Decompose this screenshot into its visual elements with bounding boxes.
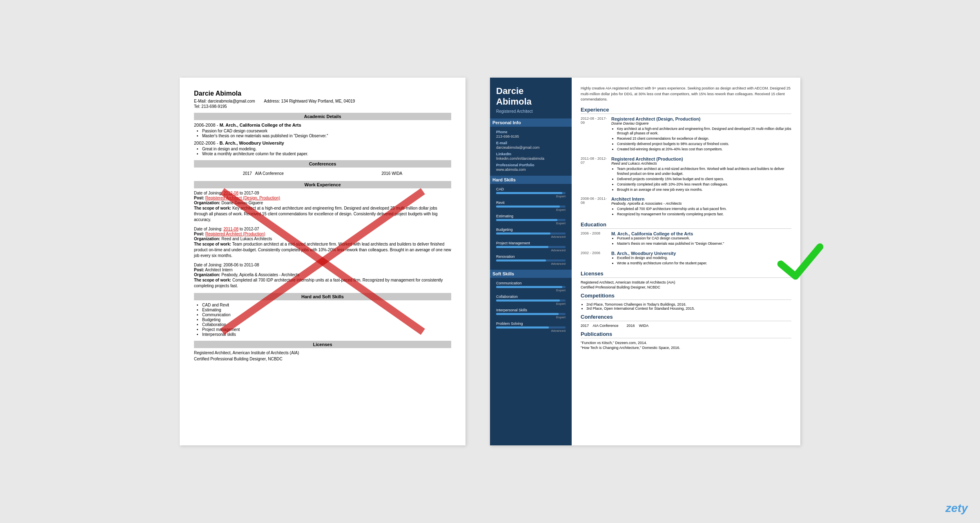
work-entry-2: Date of Joining: 2011-08 to 2012-07 Post…: [194, 227, 451, 259]
edu1-bullets: Passion for CAD design coursework Master…: [194, 129, 451, 138]
summary-text: Highly creative AIA registered architect…: [581, 86, 791, 103]
soft-skill-comm: Communication Expert: [496, 281, 566, 292]
soft-skill-collab: Collaboration Expert: [496, 295, 566, 306]
phone-value: 213-698-9195: [496, 134, 566, 139]
portfolio-value: www.abimola.com: [496, 168, 566, 172]
hard-skill-budgeting: Budgeting Advanced: [496, 228, 566, 239]
hard-skill-revit: Revit Expert: [496, 201, 566, 212]
left-contact1: E-Mail: darcieabmola@gmail.com Address: …: [194, 99, 451, 103]
work2-post: Post: Registered Architect (Production): [194, 232, 451, 236]
edu2-bullets: Great in design and modeling. Wrote a mo…: [194, 147, 451, 156]
work1-date: Date of Joining: 2012-08 to 2017-09: [194, 191, 451, 195]
linkedin-label: LinkedIn: [496, 152, 566, 156]
soft-skills-title: Soft Skills: [490, 270, 572, 278]
work3-post: Post: Architect Intern: [194, 268, 451, 272]
resume-sidebar: Darcie Abimola Registered Architect Pers…: [490, 78, 572, 445]
publication-1: "Function vs Kitsch," Dezeen.com, 2014.: [581, 341, 791, 345]
exp-entry-2: 2011-08 - 2012-07 Registered Architect (…: [581, 156, 791, 192]
exp-entry-3: 2008-06 - 2011-08 Architect Intern Peabo…: [581, 197, 791, 217]
work1-post: Post: Registered Architect (Design, Prod…: [194, 196, 451, 200]
right-title: Registered Architect: [496, 109, 566, 114]
email-label: E-mail: [496, 141, 566, 145]
licenses-header: Licenses: [194, 341, 451, 348]
hard-skill-cad: CAD Expert: [496, 187, 566, 198]
conferences-right-title: Conferences: [581, 314, 791, 321]
portfolio-label: Professional Portfolio: [496, 163, 566, 167]
hard-skill-estimating: Estimating Expert: [496, 214, 566, 225]
work2-org: Organization: Reed and Lukacs Architects: [194, 237, 451, 241]
education-title: Education: [581, 221, 791, 229]
resume-right: Darcie Abimola Registered Architect Pers…: [490, 78, 800, 445]
work3-org: Organization: Peabody, Apicella & Associ…: [194, 273, 451, 277]
hard-skills-title: Hard Skills: [490, 176, 572, 184]
license1: Registered Architect, American Institute…: [194, 351, 451, 355]
work2-date: Date of Joining: 2011-08 to 2012-07: [194, 227, 451, 231]
license-right-2: Certified Professional Building Designer…: [581, 285, 791, 289]
main-container: Darcie Abimola E-Mail: darcieabmola@gmai…: [0, 0, 980, 523]
edu-right-1: 2006 - 2008 M. Arch., California College…: [581, 231, 791, 247]
conferences-right-list: 2017 AIA Conference 2016 WIDA: [581, 324, 791, 328]
left-name: Darcie Abimola: [194, 90, 451, 97]
work1-scope: The scope of work: Key architect at a hi…: [194, 206, 451, 223]
competitions-title: Competitions: [581, 293, 791, 300]
edu-entry-2: 2002-2006 - B. Arch., Woodbury Universit…: [194, 141, 451, 156]
skills-header: Hard and Soft Skills: [194, 293, 451, 300]
exp-entry-1: 2012-08 - 2017-09 Registered Architect (…: [581, 116, 791, 152]
phone-label: Phone: [496, 130, 566, 134]
work3-date: Date of Joining: 2008-06 to 2011-08: [194, 263, 451, 267]
resume-main-content: Highly creative AIA registered architect…: [572, 78, 800, 445]
personal-info-title: Personal Info: [490, 118, 572, 127]
linkedin-value: linkedin.com/in/darcieabimola: [496, 156, 566, 161]
edu1-degree: 2006-2008 - M. Arch., California College…: [194, 123, 451, 127]
right-name: Darcie Abimola: [496, 86, 566, 107]
work-entry-1: Date of Joining: 2012-08 to 2017-09 Post…: [194, 191, 451, 223]
work3-scope: The scope of work: Completed all 700 IDP…: [194, 277, 451, 289]
email-value: darcieabimola@gmail.com: [496, 145, 566, 150]
hard-skill-renovation: Renovation Advanced: [496, 255, 566, 266]
hard-skill-pm: Project Management Advanced: [496, 241, 566, 252]
resume-left: Darcie Abimola E-Mail: darcieabmola@gmai…: [180, 78, 466, 445]
work-header: Work Experience: [194, 181, 451, 188]
soft-skill-interpersonal: Interpersonal Skills Expert: [496, 308, 566, 319]
conferences-header: Conferences: [194, 160, 451, 168]
publication-2: "How Tech is Changing Architecture," Dom…: [581, 346, 791, 350]
edu-entry-1: 2006-2008 - M. Arch., California College…: [194, 123, 451, 138]
skills-list: CAD and Revit Estimating Communication B…: [194, 303, 451, 337]
license-right-1: Registered Architect, American Institute…: [581, 280, 791, 284]
experience-title: Experience: [581, 107, 791, 114]
left-phone: Tel: 213-698-9195: [194, 104, 451, 109]
license2: Certified Professional Building Designer…: [194, 357, 451, 361]
work-entry-3: Date of Joining: 2008-06 to 2011-08 Post…: [194, 263, 451, 289]
publications-title: Publications: [581, 331, 791, 338]
work2-scope: The scope of work: Team production archi…: [194, 241, 451, 259]
edu2-degree: 2002-2006 - B. Arch., Woodbury Universit…: [194, 141, 451, 145]
competitions-list: 2nd Place, Tomorrows Challenges in Today…: [581, 302, 791, 311]
academic-header: Academic Details: [194, 113, 451, 120]
edu-right-2: 2002 - 2006 B. Arch., Woodbury Universit…: [581, 251, 791, 266]
zety-logo: zety: [946, 502, 968, 515]
work1-org: Organization: Doane Daviau Giguere: [194, 201, 451, 205]
licenses-right-title: Licenses: [581, 270, 791, 278]
soft-skill-problem: Problem Solving Advanced: [496, 322, 566, 333]
conferences-row: 2017 AIA Conference 2016 WIDA: [194, 170, 451, 177]
